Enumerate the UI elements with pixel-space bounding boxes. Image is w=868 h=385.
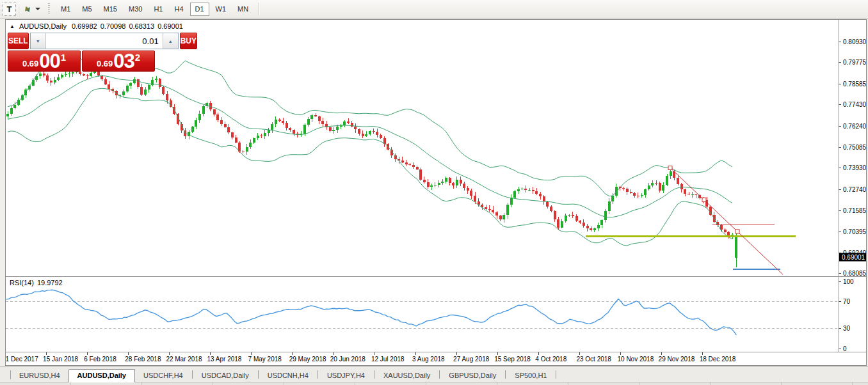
- chart-window: 0.809300.797750.785850.774300.762400.750…: [5, 19, 867, 366]
- candle-body: [695, 194, 697, 195]
- candle-body: [604, 211, 607, 220]
- candle-body: [513, 191, 516, 197]
- candle-body: [579, 221, 581, 223]
- candle-body: [140, 87, 143, 95]
- candle-body: [242, 152, 245, 152]
- trendline-anchor-handle[interactable]: [735, 230, 739, 233]
- candle-body: [546, 201, 549, 207]
- candle-body: [539, 194, 542, 197]
- candle-body: [568, 215, 570, 216]
- toolbar-grip: [48, 3, 50, 15]
- candle-body: [54, 80, 56, 82]
- chart-title: ▲ AUDUSD,Daily 0.69982 0.70098 0.68313 0…: [10, 22, 186, 30]
- chart-tab-usdcad-daily[interactable]: USDCAD,Daily: [193, 370, 257, 382]
- timeframe-button-m1[interactable]: M1: [56, 3, 76, 16]
- candle-body: [365, 134, 367, 136]
- close-value: 0.69001: [157, 22, 183, 30]
- timeframe-button-h4[interactable]: H4: [169, 3, 188, 16]
- date-label: 10 Nov 2018: [618, 356, 654, 363]
- chart-tab-usdcnh-h4[interactable]: USDCNH,H4: [259, 370, 317, 382]
- timeframe-button-h1[interactable]: H1: [149, 3, 168, 16]
- candle-body: [358, 129, 360, 133]
- text-label-tool-button[interactable]: T: [3, 3, 16, 16]
- candle-body: [528, 190, 531, 191]
- open-value: 0.69982: [72, 22, 97, 30]
- candle-body: [550, 207, 552, 212]
- buy-button[interactable]: BUY: [180, 33, 197, 49]
- trading-app: { "toolbar": { "text_tool_label": "T", "…: [0, 0, 868, 385]
- candle-body: [583, 223, 585, 226]
- candle-body: [622, 188, 625, 189]
- candle-body: [499, 216, 502, 219]
- candle-body: [677, 178, 679, 184]
- candle-body: [611, 196, 614, 202]
- candle-body: [104, 79, 107, 84]
- chart-tab-audusd-daily[interactable]: AUDUSD,Daily: [68, 369, 135, 382]
- candle-body: [495, 212, 498, 216]
- chart-tab-usdjpy-h4[interactable]: USDJPY,H4: [319, 370, 373, 382]
- timeframe-button-m15[interactable]: M15: [99, 3, 122, 16]
- chart-tab-sp500-h1[interactable]: SP500,H1: [506, 370, 555, 382]
- candle-body: [126, 86, 129, 91]
- candle-body: [332, 130, 335, 131]
- chart-tab-eurusd-h4[interactable]: EURUSD,H4: [11, 370, 68, 382]
- chart-tab-xauusd-daily[interactable]: XAUUSD,Daily: [375, 370, 438, 382]
- rsi-indicator-label: RSI(14) 19.9792: [10, 279, 63, 287]
- date-label: 27 Aug 2018: [453, 356, 490, 363]
- one-click-panel-toggle-icon[interactable]: ▲: [10, 24, 15, 29]
- volume-input[interactable]: [46, 33, 163, 49]
- candle-body: [61, 75, 63, 78]
- sell-button[interactable]: SELL: [8, 33, 29, 49]
- candle-body: [467, 188, 469, 191]
- chart-tab-usdchf-h4[interactable]: USDCHF,H4: [135, 370, 191, 382]
- candle-body: [456, 180, 458, 185]
- candle-body: [90, 73, 92, 75]
- candle-body: [198, 114, 201, 120]
- candle-body: [405, 162, 408, 165]
- date-label: 18 Dec 2018: [700, 356, 736, 363]
- chart-canvas[interactable]: 0.809300.797750.785850.774300.762400.750…: [6, 20, 866, 365]
- date-label: 22 Mar 2018: [166, 356, 202, 363]
- price-axis-label: 0.70395: [843, 228, 866, 235]
- low-value: 0.68313: [129, 22, 154, 30]
- candle-body: [561, 221, 563, 228]
- candle-body: [452, 183, 454, 185]
- candle-body: [253, 138, 255, 143]
- candle-body: [474, 196, 476, 201]
- volume-increase-button[interactable]: ▲: [163, 33, 178, 49]
- candle-body: [10, 108, 13, 113]
- candle-body: [633, 193, 636, 196]
- candle-body: [195, 120, 197, 127]
- candle-body: [502, 215, 505, 219]
- candle-body: [524, 189, 527, 190]
- candle-body: [644, 189, 647, 195]
- candle-body: [108, 84, 110, 89]
- volume-decrease-button[interactable]: ▼: [31, 33, 46, 49]
- chart-tab-gbpusd-daily[interactable]: GBPUSD,Daily: [440, 370, 504, 382]
- arrows-tool-button[interactable]: [22, 2, 42, 16]
- timeframe-button-m5[interactable]: M5: [77, 3, 97, 16]
- candle-body: [572, 215, 574, 216]
- candle-body: [260, 136, 262, 136]
- price-axis-label: 0.78585: [843, 81, 866, 88]
- candle-body: [449, 178, 451, 183]
- timeframe-button-d1[interactable]: D1: [190, 3, 209, 16]
- timeframe-button-w1[interactable]: W1: [211, 3, 232, 16]
- date-label: 6 Feb 2018: [84, 356, 117, 363]
- trendline-anchor-handle[interactable]: [668, 166, 672, 169]
- candle-body: [235, 138, 237, 143]
- rsi-name: RSI(14): [10, 279, 34, 287]
- timeframe-button-m30[interactable]: M30: [124, 3, 147, 16]
- candle-body: [307, 119, 310, 125]
- candle-body: [376, 132, 378, 135]
- arrows-icon: [23, 4, 33, 14]
- date-label: 3 Aug 2018: [412, 356, 445, 363]
- chart-background: [6, 20, 866, 365]
- candle-body: [39, 74, 42, 77]
- candle-body: [445, 178, 447, 181]
- chevron-down-icon: [35, 8, 40, 13]
- candle-body: [275, 120, 277, 125]
- trendline-anchor-handle[interactable]: [702, 198, 706, 201]
- timeframe-button-mn[interactable]: MN: [232, 3, 253, 16]
- buy-price-prefix: 0.69: [97, 59, 113, 68]
